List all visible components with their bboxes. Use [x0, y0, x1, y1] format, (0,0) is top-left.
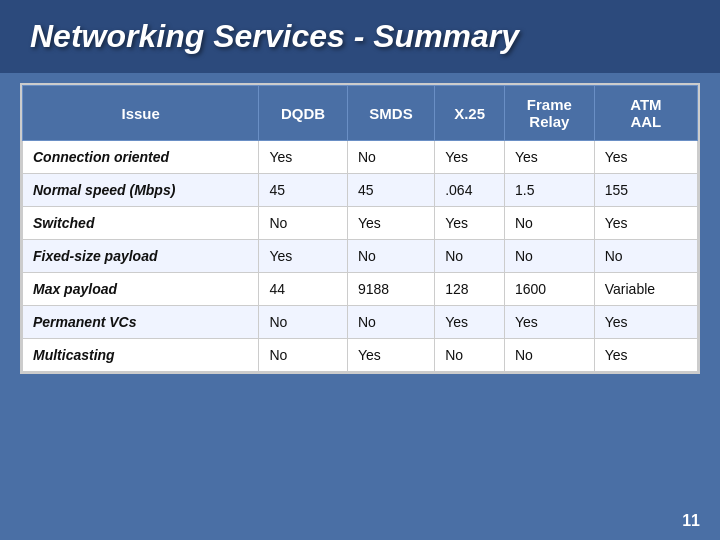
- table-cell: No: [259, 339, 348, 372]
- table-cell: Yes: [435, 306, 505, 339]
- table-row: Max payload4491881281600Variable: [23, 273, 698, 306]
- col-header-atm-aal: ATMAAL: [594, 86, 697, 141]
- table-cell: No: [347, 306, 434, 339]
- table-cell: Yes: [435, 207, 505, 240]
- table-cell: No: [505, 240, 595, 273]
- col-header-dqdb: DQDB: [259, 86, 348, 141]
- table-cell: Yes: [259, 240, 348, 273]
- table-row: Normal speed (Mbps)4545.0641.5155: [23, 174, 698, 207]
- table-row: Connection orientedYesNoYesYesYes: [23, 141, 698, 174]
- table-row: Permanent VCsNoNoYesYesYes: [23, 306, 698, 339]
- table-cell: Permanent VCs: [23, 306, 259, 339]
- table-cell: Normal speed (Mbps): [23, 174, 259, 207]
- table-cell: Yes: [347, 339, 434, 372]
- table-cell: Yes: [594, 306, 697, 339]
- table-cell: Yes: [594, 141, 697, 174]
- table-cell: 45: [347, 174, 434, 207]
- table-cell: 44: [259, 273, 348, 306]
- table-cell: Yes: [259, 141, 348, 174]
- table-row: MulticastingNoYesNoNoYes: [23, 339, 698, 372]
- table-cell: 9188: [347, 273, 434, 306]
- table-cell: 1600: [505, 273, 595, 306]
- table-cell: No: [505, 207, 595, 240]
- col-header-issue: Issue: [23, 86, 259, 141]
- table-cell: Connection oriented: [23, 141, 259, 174]
- table-cell: Yes: [594, 207, 697, 240]
- table-cell: Yes: [594, 339, 697, 372]
- table-row: Fixed-size payloadYesNoNoNoNo: [23, 240, 698, 273]
- table-cell: Yes: [505, 306, 595, 339]
- table-cell: 155: [594, 174, 697, 207]
- table-cell: Yes: [435, 141, 505, 174]
- table-cell: No: [347, 240, 434, 273]
- table-row: SwitchedNoYesYesNoYes: [23, 207, 698, 240]
- page-title: Networking Services - Summary: [30, 18, 690, 55]
- table-cell: 45: [259, 174, 348, 207]
- table-cell: Max payload: [23, 273, 259, 306]
- table-cell: .064: [435, 174, 505, 207]
- table-cell: No: [594, 240, 697, 273]
- col-header-frame-relay: FrameRelay: [505, 86, 595, 141]
- table-header-row: Issue DQDB SMDS X.25 FrameRelay ATMAAL: [23, 86, 698, 141]
- table-cell: Multicasting: [23, 339, 259, 372]
- col-header-x25: X.25: [435, 86, 505, 141]
- table-cell: No: [435, 339, 505, 372]
- table-cell: No: [435, 240, 505, 273]
- table-cell: Yes: [505, 141, 595, 174]
- table-cell: Variable: [594, 273, 697, 306]
- title-bar: Networking Services - Summary: [0, 0, 720, 73]
- table-cell: No: [505, 339, 595, 372]
- table-cell: 1.5: [505, 174, 595, 207]
- table-cell: 128: [435, 273, 505, 306]
- table-cell: Switched: [23, 207, 259, 240]
- table-cell: No: [347, 141, 434, 174]
- table-cell: No: [259, 306, 348, 339]
- table-container: Issue DQDB SMDS X.25 FrameRelay ATMAAL C…: [20, 83, 700, 374]
- summary-table: Issue DQDB SMDS X.25 FrameRelay ATMAAL C…: [22, 85, 698, 372]
- table-cell: Fixed-size payload: [23, 240, 259, 273]
- col-header-smds: SMDS: [347, 86, 434, 141]
- table-cell: Yes: [347, 207, 434, 240]
- page-number: 11: [682, 512, 700, 530]
- table-cell: No: [259, 207, 348, 240]
